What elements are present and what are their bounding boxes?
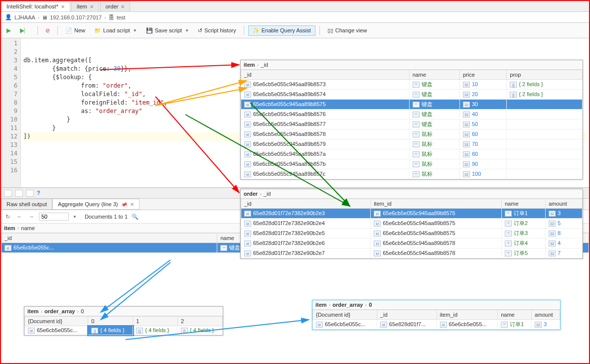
database: test bbox=[117, 14, 126, 20]
new-button[interactable]: 📄New bbox=[62, 25, 89, 36]
table-row[interactable]: id65e6cb5e055c945aa89b8576""键盘3240 bbox=[241, 110, 583, 120]
doc-count: Documents 1 to 1 bbox=[85, 214, 128, 220]
chevron-down-icon[interactable]: ▼ bbox=[73, 215, 77, 219]
orderarray-breadcrumb: item›order_array›0 bbox=[24, 307, 223, 316]
username: LJHAAA bbox=[14, 14, 35, 20]
str-icon: "" bbox=[501, 322, 508, 328]
close-icon[interactable]: ✕ bbox=[121, 4, 125, 9]
panel-order-array: item›order_array›0 {Document id}012 id65… bbox=[24, 306, 223, 336]
table-row[interactable]: id65e828d01f72e7382e90b2e4id65e6cb5e055c… bbox=[241, 219, 583, 229]
script-history-button[interactable]: ↺Script history bbox=[194, 25, 240, 36]
panel-item: item›_id _idnamepriceprop id65e6cb5e055c… bbox=[240, 60, 583, 180]
id-icon: id bbox=[316, 322, 323, 328]
id-icon: id bbox=[28, 328, 35, 334]
id-icon: id bbox=[4, 245, 11, 251]
save-script-button[interactable]: 💾Save script▼ bbox=[143, 25, 192, 36]
obj-icon: {} bbox=[136, 328, 143, 334]
table-row[interactable]: id65e6cb5e055c945aa89b8579""鼠标3270 bbox=[241, 139, 583, 149]
table-row[interactable]: id65e828d01f72e7382e90b2e6id65e6cb5e055c… bbox=[241, 239, 583, 248]
panel-order-array-detail: item›order_array›0 {Document id}_iditem_… bbox=[312, 300, 561, 330]
close-icon[interactable]: ✕ bbox=[90, 4, 94, 9]
pin-icon[interactable]: 📌 bbox=[120, 201, 128, 208]
view-mode2-icon[interactable] bbox=[15, 190, 23, 197]
chevron-down-icon: ▼ bbox=[133, 28, 137, 33]
table-row[interactable]: id65e6cb5e055c945aa89b8575""键盘3230 bbox=[241, 100, 583, 110]
tab-intellishell[interactable]: IntelliShell: localhost*✕ bbox=[1, 1, 70, 11]
load-script-button[interactable]: 📁Load script▼ bbox=[91, 25, 141, 36]
play-step-icon: ▶⎸ bbox=[20, 27, 30, 34]
tab-item[interactable]: item✕ bbox=[71, 1, 99, 11]
line-gutter: 12345678910111213141516 bbox=[1, 38, 21, 187]
item-table: _idnamepriceprop id65e6cb5e055c945aa89b8… bbox=[241, 70, 583, 179]
obj-icon: {} bbox=[91, 328, 98, 334]
layout-icon: ▯▯ bbox=[327, 27, 333, 34]
id-icon: id bbox=[440, 322, 447, 328]
chevron-down-icon: ▼ bbox=[185, 28, 189, 33]
prev-page-icon[interactable]: ← bbox=[15, 212, 24, 221]
table-row[interactable]: id65e6cb5e055c... id65e828d01f7... id65e… bbox=[313, 320, 560, 330]
run-step-button[interactable]: ▶⎸ bbox=[16, 25, 33, 36]
user-icon: 👤 bbox=[5, 14, 12, 20]
stop-icon: ⊘ bbox=[45, 27, 50, 34]
panel-order: order›_id _iditem_idnameamount id65e828d… bbox=[240, 189, 583, 259]
table-row[interactable]: id65e6cb5e055c945aa89b8578""鼠标3260 bbox=[241, 129, 583, 139]
table-row[interactable]: id65e6cb5e055c945aa89b857b""鼠标3290 bbox=[241, 159, 583, 169]
db-icon: 🗄 bbox=[109, 14, 114, 20]
wand-icon: ✨ bbox=[253, 27, 260, 34]
view-mode3-icon[interactable] bbox=[26, 190, 34, 197]
run-button[interactable]: ▶ bbox=[3, 25, 14, 36]
id-icon: id bbox=[380, 322, 387, 328]
table-row[interactable]: id65e828d01f72e7382e90b2e5id65e6cb5e055c… bbox=[241, 229, 583, 239]
save-icon: 💾 bbox=[146, 27, 153, 34]
host: 192.168.0.107:27017 bbox=[50, 14, 102, 20]
help-icon[interactable]: ? bbox=[37, 190, 40, 197]
change-view-button[interactable]: ▯▯Change view bbox=[324, 25, 371, 36]
stop-button[interactable]: ⊘ bbox=[42, 25, 53, 36]
next-page-icon[interactable]: → bbox=[27, 212, 36, 221]
history-icon: ↺ bbox=[198, 27, 202, 34]
order-table: _iditem_idnameamount id65e828d01f72e7382… bbox=[241, 199, 583, 258]
table-row[interactable]: id65e6cb5e055c945aa89b8577""键盘3250 bbox=[241, 120, 583, 129]
orderarray-table: {Document id}012 id65e6cb5e055c... {}{ 4… bbox=[24, 316, 223, 335]
num-icon: 32 bbox=[535, 322, 542, 328]
close-icon[interactable]: ✕ bbox=[61, 4, 65, 9]
table-row[interactable]: id65e6cb5e055c945aa89b857a""鼠标3280 bbox=[241, 149, 583, 159]
folder-icon: 📁 bbox=[94, 27, 101, 34]
obj-icon: {} bbox=[181, 328, 188, 334]
table-row[interactable]: id65e6cb5e055c945aa89b8574""键盘3220{}{ 2 … bbox=[241, 90, 583, 100]
table-row[interactable]: id65e828d01f72e7382e90b2e3id65e6cb5e055c… bbox=[241, 209, 583, 219]
view-mode-icon[interactable] bbox=[4, 190, 12, 197]
orderarray0-table: {Document id}_iditem_idnameamount id65e6… bbox=[312, 310, 560, 330]
table-row[interactable]: id65e6cb5e055c945aa89b8573""键盘3210{}{ 2 … bbox=[241, 80, 583, 90]
table-row[interactable]: id65e828d01f72e7382e90b2e7id65e6cb5e055c… bbox=[241, 248, 583, 258]
limit-input[interactable] bbox=[39, 213, 69, 221]
str-icon: "" bbox=[220, 245, 227, 251]
item-breadcrumb: item›_id bbox=[241, 60, 583, 70]
file-tabs: IntelliShell: localhost*✕ item✕ order✕ bbox=[1, 1, 589, 12]
refresh-icon[interactable]: ↻ bbox=[3, 212, 12, 221]
query-assist-button[interactable]: ✨Enable Query Assist bbox=[248, 25, 315, 36]
file-icon: 📄 bbox=[65, 27, 72, 34]
host-icon: 🖥 bbox=[42, 14, 47, 20]
toolbar: ▶ ▶⎸ ⊘ 📄New 📁Load script▼ 💾Save script▼ … bbox=[1, 23, 589, 38]
tab-raw-output[interactable]: Raw shell output bbox=[1, 199, 52, 210]
orderarray0-breadcrumb: item›order_array›0 bbox=[312, 300, 560, 310]
order-breadcrumb: order›_id bbox=[241, 189, 583, 199]
connection-breadcrumb: 👤 LJHAAA › 🖥 192.168.0.107:27017 › 🗄 tes… bbox=[1, 12, 589, 23]
play-icon: ▶ bbox=[6, 27, 11, 34]
search-icon[interactable]: 🔍 bbox=[131, 212, 140, 221]
table-row[interactable]: id65e6cb5e055c... {}{ 4 fields } {}{ 4 f… bbox=[25, 326, 223, 335]
table-row[interactable]: id65e6cb5e055c945aa89b857c""鼠标32100 bbox=[241, 169, 583, 179]
tab-order[interactable]: order✕ bbox=[100, 1, 131, 11]
close-icon[interactable]: ✕ bbox=[130, 202, 134, 207]
tab-aggregate-query[interactable]: Aggregate Query (line 3) 📌✕ bbox=[52, 199, 139, 210]
svg-line-6 bbox=[101, 260, 170, 312]
